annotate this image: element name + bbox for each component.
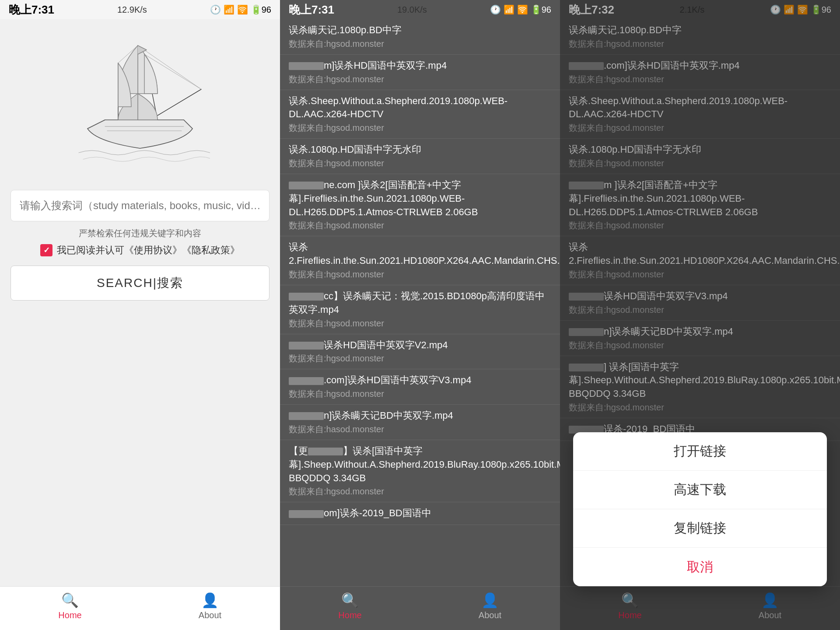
tab-home-label-1: Home: [58, 610, 81, 620]
time-2: 晚上7:31: [289, 2, 334, 18]
context-fast-download[interactable]: 高速下载: [573, 471, 827, 509]
result-title: 误杀HD国语中英双字V2.mp4: [289, 339, 551, 352]
result-title: om]误杀-2019_BD国语中: [289, 507, 551, 520]
context-menu-overlay[interactable]: 打开链接 高速下载 复制链接 取消: [560, 0, 840, 630]
warning-text: 严禁检索任何违规关键字和内容: [10, 228, 270, 239]
result-title: cc】误杀瞒天记：视觉.2015.BD1080p高清印度语中英双字.mp4: [289, 290, 551, 317]
search-button[interactable]: SEARCH|搜索: [10, 266, 270, 301]
phone-1: 晚上7:31 12.9K/s 🕐 📶 🛜 🔋96: [0, 0, 280, 630]
list-item[interactable]: 误杀.1080p.HD国语中字无水印数据来自:hgsod.monster: [280, 139, 560, 174]
context-copy-link[interactable]: 复制链接: [573, 509, 827, 548]
result-title: ne.com ]误杀2[国语配音+中文字幕].Fireflies.in.the.…: [289, 178, 551, 219]
battery-icon: 🔋96: [251, 4, 271, 15]
list-item[interactable]: 误杀.Sheep.Without.a.Shepherd.2019.1080p.W…: [280, 90, 560, 139]
status-bar-2: 晚上7:31 19.0K/s 🕐 📶 🛜 🔋96: [280, 0, 560, 19]
list-item[interactable]: 误杀HD国语中英双字V2.mp4数据来自:hgsod.monster: [280, 334, 560, 370]
ship-svg: [70, 28, 210, 177]
list-item[interactable]: om]误杀-2019_BD国语中: [280, 502, 560, 525]
about-icon-2: 👤: [481, 592, 499, 609]
result-title: 误杀瞒天记.1080p.BD中字: [289, 24, 551, 37]
phone-3: 晚上7:32 2.1K/s 🕐 📶 🛜 🔋96 误杀瞒天记.1080p.BD中字…: [560, 0, 840, 630]
tab-bar-1: 🔍 Home 👤 About: [0, 586, 280, 630]
home-icon-1: 🔍: [61, 592, 79, 609]
list-item[interactable]: .com]误杀HD国语中英双字V3.mp4数据来自:hgsod.monster: [280, 369, 560, 405]
result-source: 数据来自:hgsod.monster: [289, 74, 551, 85]
signal-icon-2: 📶: [504, 4, 514, 15]
tab-about-1[interactable]: 👤 About: [140, 592, 280, 625]
result-source: 数据来自:hgsod.monster: [289, 353, 551, 364]
result-title: 误杀.Sheep.Without.a.Shepherd.2019.1080p.W…: [289, 94, 551, 122]
speed-2: 19.0K/s: [397, 5, 427, 15]
wifi-icon-2: 🛜: [517, 4, 528, 15]
result-title: 误杀.1080p.HD国语中字无水印: [289, 143, 551, 157]
list-item[interactable]: m]误杀HD国语中英双字.mp4数据来自:hgsod.monster: [280, 55, 560, 90]
context-menu: 打开链接 高速下载 复制链接 取消: [573, 432, 827, 586]
context-cancel[interactable]: 取消: [573, 548, 827, 586]
list-item[interactable]: n]误杀瞒天记BD中英双字.mp4数据来自:hasod.monster: [280, 405, 560, 440]
status-icons-2: 🕐 📶 🛜 🔋96: [490, 4, 551, 15]
time-1: 晚上7:31: [9, 2, 54, 18]
result-title: 误杀2.Fireflies.in.the.Sun.2021.HD1080P.X2…: [289, 241, 551, 268]
tab-home-2[interactable]: 🔍 Home: [280, 592, 420, 625]
result-source: 数据来自:hgsod.monster: [289, 388, 551, 400]
tab-about-label-1: About: [199, 610, 221, 620]
result-source: 数据来自:hgsod.monster: [289, 486, 551, 497]
status-icons-1: 🕐 📶 🛜 🔋96: [210, 4, 271, 15]
clock-icon-2: 🕐: [490, 4, 501, 15]
signal-icon: 📶: [224, 4, 234, 15]
tab-bar-2: 🔍 Home 👤 About: [280, 586, 560, 630]
wifi-icon: 🛜: [237, 4, 248, 15]
results-list-2: 误杀瞒天记.1080p.BD中字数据来自:hgsod.monsterm]误杀HD…: [280, 19, 560, 630]
result-title: n]误杀瞒天记BD中英双字.mp4: [289, 409, 551, 423]
result-title: .com]误杀HD国语中英双字V3.mp4: [289, 374, 551, 387]
context-open-link[interactable]: 打开链接: [573, 432, 827, 471]
list-item[interactable]: 误杀瞒天记.1080p.BD中字数据来自:hgsod.monster: [280, 19, 560, 55]
result-source: 数据来自:hgsod.monster: [289, 269, 551, 280]
battery-icon-2: 🔋96: [531, 4, 551, 15]
status-bar-1: 晚上7:31 12.9K/s 🕐 📶 🛜 🔋96: [0, 0, 280, 19]
result-title: 【更】误杀[国语中英字幕].Sheep.Without.A.Shepherd.2…: [289, 444, 551, 485]
clock-icon: 🕐: [210, 4, 221, 15]
speed-1: 12.9K/s: [117, 5, 147, 15]
agreement-checkbox[interactable]: [40, 244, 52, 256]
list-item[interactable]: 【更】误杀[国语中英字幕].Sheep.Without.A.Shepherd.2…: [280, 440, 560, 502]
phone-2: 晚上7:31 19.0K/s 🕐 📶 🛜 🔋96 误杀瞒天记.1080p.BD中…: [280, 0, 560, 630]
about-icon-1: 👤: [201, 592, 219, 609]
tab-about-2[interactable]: 👤 About: [420, 592, 560, 625]
agreement-row: 我已阅读并认可《使用协议》《隐私政策》: [10, 244, 270, 257]
tab-home-1[interactable]: 🔍 Home: [0, 592, 140, 625]
ship-illustration: [0, 19, 280, 186]
search-input[interactable]: [20, 200, 260, 212]
home-icon-2: 🔍: [341, 592, 359, 609]
agreement-label: 我已阅读并认可《使用协议》《隐私政策》: [57, 244, 240, 257]
list-item[interactable]: ne.com ]误杀2[国语配音+中文字幕].Fireflies.in.the.…: [280, 174, 560, 236]
search-section: 严禁检索任何违规关键字和内容 我已阅读并认可《使用协议》《隐私政策》: [0, 186, 280, 257]
list-item[interactable]: 误杀2.Fireflies.in.the.Sun.2021.HD1080P.X2…: [280, 236, 560, 285]
result-source: 数据来自:hgsod.monster: [289, 122, 551, 134]
result-source: 数据来自:hgsod.monster: [289, 220, 551, 231]
result-source: 数据来自:hgsod.monster: [289, 158, 551, 169]
search-input-container[interactable]: [10, 190, 270, 221]
result-source: 数据来自:hgsod.monster: [289, 318, 551, 329]
tab-about-label-2: About: [479, 610, 501, 620]
result-title: m]误杀HD国语中英双字.mp4: [289, 59, 551, 73]
result-source: 数据来自:hgsod.monster: [289, 38, 551, 50]
svg-line-3: [158, 89, 201, 116]
result-source: 数据来自:hasod.monster: [289, 424, 551, 435]
list-item[interactable]: cc】误杀瞒天记：视觉.2015.BD1080p高清印度语中英双字.mp4数据来…: [280, 285, 560, 334]
tab-home-label-2: Home: [338, 610, 361, 620]
